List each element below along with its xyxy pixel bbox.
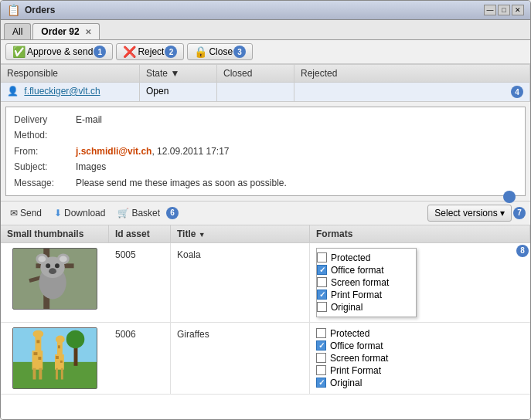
format-screen-label: Screen format: [331, 277, 389, 288]
approve-send-button[interactable]: ✅ Approve & send 1: [5, 43, 113, 60]
send-label: Send: [20, 208, 42, 218]
basket-icon: 🛒: [117, 208, 129, 218]
thumbnail-cell-giraffe: [1, 323, 109, 394]
svg-rect-29: [58, 345, 60, 348]
delivery-info-box: Delivery Method: E-mail From: j.schmidli…: [5, 107, 526, 196]
send-button[interactable]: ✉ Send: [5, 206, 46, 220]
reject-icon: ❌: [123, 46, 135, 58]
close-window-button[interactable]: ✕: [512, 5, 524, 15]
cell-rejected: 4: [294, 83, 530, 101]
order-table-header: Responsible State ▼ Closed Rejected: [1, 64, 530, 83]
order-row[interactable]: 👤 f.flueckiger@vlt.ch Open 4: [1, 83, 530, 102]
checkbox-print-g[interactable]: [316, 365, 326, 375]
format-office-label: Office format: [331, 265, 383, 276]
cell-responsible: 👤 f.flueckiger@vlt.ch: [1, 83, 140, 101]
svg-rect-22: [33, 368, 36, 380]
col-rejected: Rejected: [294, 65, 530, 82]
checkbox-screen-g[interactable]: [316, 353, 326, 363]
approve-icon: ✅: [12, 46, 25, 58]
asset-title-koala: Koala: [171, 243, 310, 322]
col-state[interactable]: State ▼: [140, 65, 217, 82]
tabs-bar: All Order 92 ✕: [1, 20, 530, 40]
badge-3: 3: [233, 46, 246, 58]
svg-point-8: [38, 256, 46, 262]
minimize-button[interactable]: —: [484, 5, 496, 15]
download-label: Download: [64, 208, 105, 218]
method-label: Delivery Method:: [14, 112, 76, 144]
format-original-g-label: Original: [330, 378, 362, 388]
col-id-asset: Id asset: [109, 225, 171, 242]
from-label: From:: [14, 144, 76, 159]
format-original[interactable]: Original: [317, 301, 416, 313]
format-office-g-label: Office format: [330, 340, 383, 351]
download-button[interactable]: ⬇ Download: [49, 206, 110, 220]
from-date: , 12.09.2011 17:17: [151, 144, 229, 159]
basket-button[interactable]: 🛒 Basket: [113, 206, 165, 220]
asset-id-5006: 5006: [109, 323, 171, 394]
tab-all[interactable]: All: [4, 23, 31, 39]
format-screen-g[interactable]: Screen format: [316, 352, 524, 364]
checkbox-protected-g[interactable]: [316, 328, 326, 338]
close-icon: 🔒: [194, 46, 206, 58]
format-protected-g[interactable]: Protected: [316, 327, 524, 340]
badge-4: 4: [511, 86, 523, 98]
responsible-email[interactable]: f.flueckiger@vlt.ch: [24, 86, 100, 97]
format-office[interactable]: Office format: [317, 264, 416, 276]
maximize-button[interactable]: □: [498, 5, 510, 15]
reject-label: Reject: [138, 46, 164, 57]
window-title: Orders: [25, 5, 55, 15]
format-original-g[interactable]: Original: [316, 377, 524, 389]
svg-point-13: [49, 268, 56, 274]
giraffe-thumbnail: [12, 327, 97, 389]
checkbox-protected[interactable]: [317, 252, 327, 262]
checkbox-screen[interactable]: [317, 277, 327, 287]
svg-rect-27: [56, 356, 59, 359]
format-screen[interactable]: Screen format: [317, 276, 416, 289]
action-bar: ✉ Send ⬇ Download 🛒 Basket 6 Select vers…: [1, 201, 530, 225]
svg-rect-20: [38, 357, 41, 360]
checkbox-print[interactable]: [317, 290, 327, 300]
format-protected[interactable]: Protected: [317, 252, 416, 264]
title-bar: 📋 Orders — □ ✕: [1, 1, 530, 20]
svg-rect-25: [57, 341, 63, 357]
close-button[interactable]: 🔒 Close 3: [187, 43, 253, 60]
asset-table-header: Small thumbnails Id asset Title Formats: [1, 225, 530, 243]
format-print-g[interactable]: Print Format: [316, 364, 524, 377]
message-label: Message:: [14, 175, 76, 191]
badge-5: [503, 191, 516, 203]
state-sort-icon: ▼: [170, 68, 179, 79]
download-icon: ⬇: [54, 208, 62, 218]
format-office-g[interactable]: Office format: [316, 340, 524, 352]
svg-rect-30: [56, 368, 58, 380]
checkbox-office[interactable]: [317, 265, 327, 275]
tab-close-icon[interactable]: ✕: [85, 28, 91, 36]
checkbox-office-g[interactable]: [316, 340, 326, 351]
badge-8: 8: [516, 245, 529, 257]
approve-send-label: Approve & send: [27, 46, 93, 57]
method-value: E-mail: [76, 112, 102, 144]
from-value: j.schmidli@vit.ch: [76, 144, 151, 159]
tab-order92[interactable]: Order 92 ✕: [32, 23, 100, 39]
badge-7: 7: [513, 207, 526, 219]
asset-id-5005: 5005: [109, 243, 171, 322]
svg-rect-19: [34, 352, 38, 355]
format-protected-label: Protected: [331, 252, 370, 263]
basket-label: Basket: [131, 208, 160, 218]
format-original-label: Original: [331, 302, 363, 313]
formats-cell-koala: Protected Office format Screen format Pr…: [310, 243, 530, 322]
svg-rect-17: [35, 335, 41, 354]
format-print[interactable]: Print Format: [317, 289, 416, 301]
format-print-label: Print Format: [331, 290, 382, 300]
reject-button[interactable]: ❌ Reject 2: [116, 43, 184, 60]
thumbnail-cell: [1, 243, 109, 322]
format-protected-g-label: Protected: [330, 328, 369, 339]
svg-rect-21: [36, 340, 39, 343]
col-title[interactable]: Title: [171, 225, 310, 242]
select-versions-button[interactable]: Select versions ▾: [427, 205, 512, 222]
badge-1: 1: [94, 46, 106, 58]
content-area: Small thumbnails Id asset Title Formats: [1, 225, 530, 419]
checkbox-original-g[interactable]: [316, 378, 326, 388]
col-thumbnails: Small thumbnails: [1, 225, 109, 242]
checkbox-original[interactable]: [317, 302, 327, 312]
badge-6: 6: [166, 207, 179, 219]
